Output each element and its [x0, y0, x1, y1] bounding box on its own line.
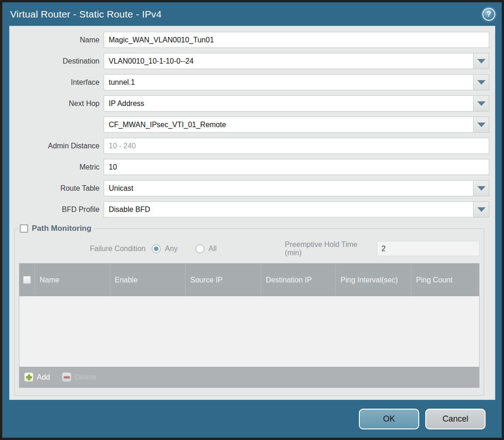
form-row-name: Name: [10, 32, 489, 48]
route-table-input[interactable]: [104, 180, 474, 196]
bfd-profile-input[interactable]: [104, 201, 474, 217]
destination-input[interactable]: [104, 53, 474, 69]
next-hop-address-input[interactable]: [104, 117, 474, 133]
form-row-route-table: Route Table: [10, 180, 489, 196]
chevron-down-icon: [477, 186, 486, 191]
admin-distance-input[interactable]: [104, 138, 489, 154]
column-header-name: Name: [35, 264, 110, 296]
failure-condition-label: Failure Condition: [19, 245, 146, 253]
column-header-ping-interval: Ping Interval(sec): [335, 264, 411, 296]
delete-minus-icon: [62, 372, 71, 382]
chevron-down-icon: [477, 59, 486, 64]
help-icon[interactable]: ?: [482, 8, 495, 21]
failure-condition-any-radio[interactable]: [152, 244, 161, 253]
chevron-down-icon: [477, 80, 486, 85]
select-all-checkbox[interactable]: [23, 276, 31, 284]
destination-label: Destination: [10, 57, 100, 65]
dialog-footer: OK Cancel: [2, 400, 502, 438]
next-hop-dropdown-button[interactable]: [473, 95, 489, 111]
name-input[interactable]: [104, 32, 489, 48]
chevron-down-icon: [477, 207, 486, 212]
failure-condition-all-radio[interactable]: [195, 244, 205, 253]
metric-label: Metric: [10, 163, 100, 171]
interface-label: Interface: [10, 78, 100, 87]
radio-dot: [198, 246, 202, 251]
column-header-enable: Enable: [110, 264, 185, 296]
radio-dot: [154, 246, 158, 251]
next-hop-label: Next Hop: [10, 100, 100, 108]
metric-input[interactable]: [104, 159, 489, 175]
cancel-button[interactable]: Cancel: [425, 409, 486, 429]
add-button-label: Add: [37, 373, 50, 381]
path-monitoring-legend: Path Monitoring: [19, 224, 94, 233]
failure-condition-any-label: Any: [165, 245, 178, 253]
dialog-title: Virtual Router - Static Route - IPv4: [10, 9, 482, 20]
form-row-bfd-profile: BFD Profile: [10, 201, 489, 217]
path-monitoring-section: Path Monitoring Failure Condition Any Al…: [14, 224, 484, 396]
table-header-row: Name Enable Source IP Destination IP Pin…: [19, 264, 479, 296]
preemptive-hold-time-label: Preemptive Hold Time (min): [285, 241, 373, 257]
bfd-profile-dropdown-button[interactable]: [473, 201, 489, 217]
table-toolbar: Add Delete: [19, 367, 479, 387]
failure-condition-row: Failure Condition Any All Preemptive Hol…: [19, 241, 480, 257]
column-header-ping-count: Ping Count: [411, 264, 479, 296]
static-route-dialog: Virtual Router - Static Route - IPv4 ? N…: [2, 2, 502, 438]
ok-button[interactable]: OK: [359, 409, 419, 429]
table-body-empty: [19, 296, 479, 367]
form-row-destination: Destination: [10, 53, 489, 69]
preemptive-hold-time-input[interactable]: [377, 241, 480, 256]
path-monitoring-table: Name Enable Source IP Destination IP Pin…: [19, 263, 480, 388]
form-row-admin-distance: Admin Distance: [10, 138, 489, 154]
column-header-source-ip: Source IP: [185, 264, 261, 296]
form-row-next-hop: Next Hop: [10, 95, 489, 111]
add-button[interactable]: Add: [24, 372, 50, 382]
column-header-destination-ip: Destination IP: [261, 264, 335, 296]
interface-input[interactable]: [104, 74, 474, 90]
admin-distance-label: Admin Distance: [10, 142, 100, 150]
route-table-label: Route Table: [10, 184, 100, 193]
interface-dropdown-button[interactable]: [473, 74, 489, 90]
route-table-dropdown-button[interactable]: [473, 180, 489, 196]
dialog-title-bar: Virtual Router - Static Route - IPv4 ?: [2, 2, 502, 26]
next-hop-type-input[interactable]: [104, 95, 474, 111]
table-header-select-all[interactable]: [19, 264, 35, 296]
name-label: Name: [10, 36, 100, 44]
destination-dropdown-button[interactable]: [473, 53, 489, 69]
next-hop-address-dropdown-button[interactable]: [473, 117, 489, 133]
delete-button[interactable]: Delete: [62, 372, 96, 382]
path-monitoring-label: Path Monitoring: [32, 224, 91, 233]
path-monitoring-checkbox[interactable]: [20, 224, 28, 233]
form-row-metric: Metric: [10, 159, 489, 175]
form-panel: Name Destination Interface: [9, 26, 495, 400]
add-plus-icon: [24, 372, 34, 382]
form-row-next-hop-address: [10, 117, 489, 133]
form-row-interface: Interface: [10, 74, 489, 90]
chevron-down-icon: [477, 123, 486, 127]
failure-condition-all-label: All: [209, 245, 217, 253]
chevron-down-icon: [477, 101, 486, 106]
delete-button-label: Delete: [75, 373, 96, 381]
bfd-profile-label: BFD Profile: [10, 205, 100, 214]
